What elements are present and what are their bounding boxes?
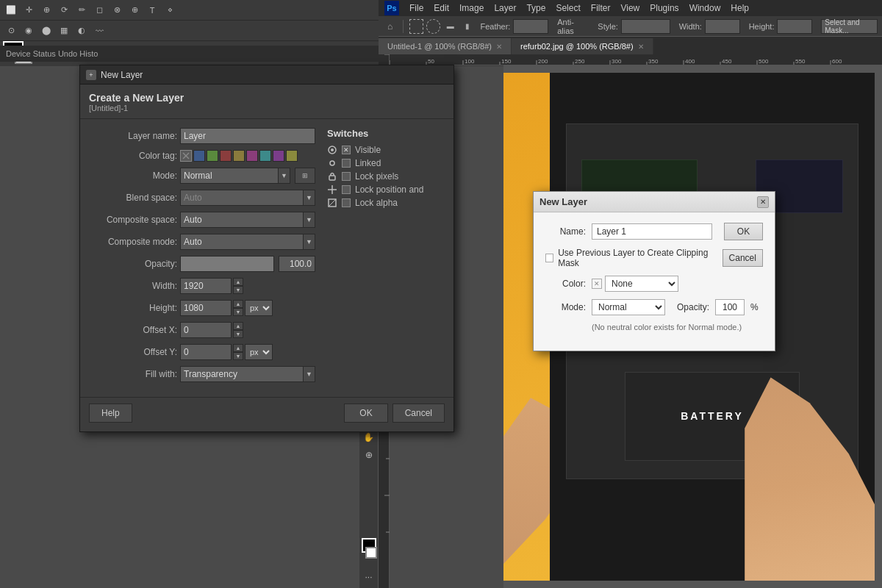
tool-more[interactable]: ··· <box>361 569 377 585</box>
feather-input[interactable] <box>513 19 548 34</box>
tool-zoom-ps[interactable]: ⊕ <box>361 447 377 463</box>
width-input-gimp[interactable] <box>180 278 232 294</box>
ps-color-select[interactable]: None <box>605 276 678 292</box>
menu-select[interactable]: Select <box>551 1 584 15</box>
svg-line-47 <box>329 199 336 207</box>
gimp-cancel-button[interactable]: Cancel <box>392 404 445 423</box>
selection-row-icon[interactable]: ▬ <box>443 19 457 34</box>
menu-type[interactable]: Type <box>522 1 550 15</box>
color-tag-blue[interactable] <box>193 150 205 162</box>
tool-dodge[interactable]: ◐ <box>74 23 90 39</box>
tab-untitled-close[interactable]: ✕ <box>496 43 502 51</box>
mode-arrow-icon[interactable]: ▼ <box>279 168 290 184</box>
menu-view[interactable]: View <box>616 1 644 15</box>
color-tag-purple[interactable] <box>246 150 258 162</box>
home-icon[interactable]: ⌂ <box>383 19 397 34</box>
color-tag-violet[interactable] <box>273 150 284 162</box>
style-select[interactable] <box>621 19 670 34</box>
selection-col-icon[interactable]: ▮ <box>460 19 474 34</box>
width-input[interactable] <box>705 19 740 34</box>
offset-y-input[interactable] <box>180 344 232 360</box>
tool-crop[interactable]: ⊕ <box>38 2 54 18</box>
selection-ellipse-icon[interactable] <box>426 19 440 34</box>
offset-x-up[interactable]: ▲ <box>233 322 243 330</box>
tool-move[interactable]: ✛ <box>21 2 37 18</box>
height-up[interactable]: ▲ <box>233 300 243 308</box>
select-mask-btn[interactable]: Select and Mask... <box>821 19 878 34</box>
menu-plugins[interactable]: Plugins <box>645 1 683 15</box>
blend-space-arrow-icon[interactable]: ▼ <box>304 190 315 206</box>
ps-name-input[interactable] <box>592 223 712 240</box>
selection-rect-icon[interactable] <box>409 19 423 34</box>
menu-help[interactable]: Help <box>726 1 753 15</box>
color-tag-red[interactable] <box>220 150 232 162</box>
offset-y-unit[interactable]: px <box>245 344 273 360</box>
menu-filter[interactable]: Filter <box>587 1 615 15</box>
color-tag-none[interactable] <box>180 150 192 162</box>
lock-pixels-checkbox[interactable] <box>342 172 351 181</box>
gimp-help-button[interactable]: Help <box>89 404 132 423</box>
ps-cancel-button[interactable]: Cancel <box>723 249 763 267</box>
composite-space-select[interactable]: Auto <box>180 212 304 228</box>
ps-mode-select[interactable]: Normal <box>592 299 665 315</box>
tool-text[interactable]: T <box>144 2 160 18</box>
tab-untitled[interactable]: Untitled-1 @ 100% (RGB/8#) ✕ <box>379 38 512 54</box>
menu-edit[interactable]: Edit <box>429 1 453 15</box>
tool-paint[interactable]: ✏ <box>74 2 90 18</box>
mode-extra-btn[interactable]: ⊞ <box>295 168 315 184</box>
offset-x-down[interactable]: ▼ <box>233 330 243 338</box>
composite-mode-select[interactable]: Auto <box>180 234 304 250</box>
ps-ok-button[interactable]: OK <box>724 223 763 240</box>
lock-alpha-checkbox[interactable] <box>342 198 351 207</box>
tab-refurb[interactable]: refurb02.jpg @ 100% (RGB/8#) ✕ <box>512 38 653 54</box>
menu-file[interactable]: File <box>405 1 428 15</box>
tool-gradient[interactable]: ▦ <box>56 23 72 39</box>
offset-x-input[interactable] <box>180 322 232 338</box>
menu-image[interactable]: Image <box>455 1 488 15</box>
mode-select[interactable]: Normal <box>180 168 279 184</box>
ps-opacity-input[interactable] <box>715 299 745 315</box>
opacity-value-input[interactable] <box>279 256 315 272</box>
fill-select[interactable]: Transparency <box>180 366 304 382</box>
tool-select[interactable]: ⬜ <box>3 2 19 18</box>
color-tag-yellow[interactable] <box>233 150 245 162</box>
color-tag-olive[interactable] <box>286 150 298 162</box>
tool-eyedrop[interactable]: ◉ <box>21 23 37 39</box>
tool-smudge[interactable]: 〰 <box>91 23 107 39</box>
gimp-ok-cancel-group: OK Cancel <box>344 404 445 423</box>
divider <box>403 20 404 33</box>
menu-layer[interactable]: Layer <box>490 1 520 15</box>
ps-clipping-checkbox[interactable] <box>545 254 553 262</box>
lock-pos-checkbox[interactable] <box>342 185 351 194</box>
ps-dialog-close-button[interactable]: ✕ <box>757 196 769 208</box>
opacity-slider[interactable] <box>180 256 274 272</box>
tool-heal[interactable]: ⊗ <box>109 2 125 18</box>
color-tag-green[interactable] <box>207 150 218 162</box>
tool-rotate[interactable]: ⟳ <box>56 2 72 18</box>
fill-arrow-icon[interactable]: ▼ <box>304 366 315 382</box>
height-down[interactable]: ▼ <box>233 308 243 316</box>
visible-checkbox[interactable]: ✕ <box>342 146 351 154</box>
composite-space-arrow-icon[interactable]: ▼ <box>304 212 315 228</box>
color-tag-teal[interactable] <box>259 150 271 162</box>
tool-path[interactable]: ⋄ <box>162 2 178 18</box>
offset-y-up[interactable]: ▲ <box>233 344 243 352</box>
tool-fill[interactable]: ⬤ <box>38 23 54 39</box>
height-unit[interactable]: px <box>245 300 273 316</box>
tool-eraser[interactable]: ◻ <box>91 2 107 18</box>
tool-zoom[interactable]: ⊙ <box>3 23 19 39</box>
layer-name-input[interactable] <box>180 128 315 144</box>
gimp-ok-button[interactable]: OK <box>344 404 387 423</box>
tab-refurb-close[interactable]: ✕ <box>638 43 644 51</box>
ps-bg-color[interactable] <box>365 547 377 559</box>
menu-window[interactable]: Window <box>685 1 725 15</box>
blend-space-select[interactable]: Auto <box>180 190 304 206</box>
offset-y-down[interactable]: ▼ <box>233 352 243 360</box>
composite-mode-arrow-icon[interactable]: ▼ <box>304 234 315 250</box>
width-down[interactable]: ▼ <box>233 286 243 294</box>
tool-clone[interactable]: ⊕ <box>126 2 143 18</box>
height-input-gimp[interactable] <box>180 300 232 316</box>
linked-checkbox[interactable] <box>342 159 351 168</box>
width-up[interactable]: ▲ <box>233 278 243 286</box>
height-input[interactable] <box>777 19 812 34</box>
